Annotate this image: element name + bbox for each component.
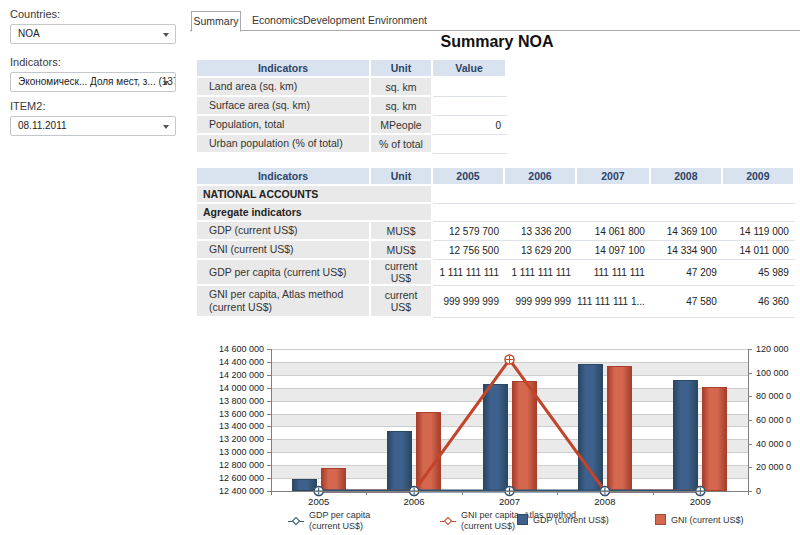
value-cell <box>651 204 723 222</box>
value-cell: 999 999 999 <box>505 286 577 318</box>
indicator-cell: GNI (current US$) <box>197 241 371 260</box>
legend-square-icon <box>517 514 528 525</box>
section-cell: Agregate indicators <box>197 204 433 222</box>
unit-cell: sq. km <box>371 97 433 116</box>
table-row: GNI per capita, Atlas method (current US… <box>197 286 795 318</box>
x-axis-label: 2005 <box>299 496 339 507</box>
column-header: Indicators <box>197 60 371 78</box>
indicator-cell: GDP (current US$) <box>197 222 371 241</box>
table-row: Land area (sq. km)sq. km <box>197 78 507 97</box>
unit-cell: current US$ <box>371 286 433 318</box>
value-cell: 13 629 200 <box>505 241 577 260</box>
unit-cell: sq. km <box>371 78 433 97</box>
left-axis-label: 13 400 000 <box>195 421 264 431</box>
section-cell: NATIONAL ACCOUNTS <box>197 186 433 204</box>
unit-cell: MUS$ <box>371 222 433 241</box>
legend-label-line: GDP per capita <box>309 510 370 521</box>
tab-strip-line <box>190 30 800 31</box>
x-axis-tick <box>366 491 367 495</box>
value-cell: 14 061 800 <box>577 222 651 241</box>
right-axis-label: 0 <box>756 486 761 496</box>
right-axis-label: 60 000 0 <box>756 415 791 425</box>
value-cell <box>433 204 505 222</box>
item2-value: 08.11.2011 <box>18 120 67 131</box>
indicators-label: Indicators: <box>10 56 61 68</box>
indicators-select[interactable]: Экономическ... Доля мест, з... (1374) <box>10 72 176 92</box>
indicator-cell: Surface area (sq. km) <box>197 97 371 116</box>
page-title: Summary NOA <box>197 33 797 51</box>
right-axis-label: 20 000 0 <box>756 462 791 472</box>
value-cell: 111 111 111 1... <box>577 286 651 318</box>
value-cell <box>433 186 505 204</box>
value-cell <box>433 135 507 154</box>
left-axis-label: 13 600 000 <box>195 409 264 419</box>
legend-label-line: (current US$) <box>309 521 370 532</box>
chevron-down-icon <box>163 125 169 129</box>
value-cell <box>651 186 723 204</box>
x-axis-tick <box>557 491 558 495</box>
right-axis-label: 100 000 <box>756 368 789 378</box>
legend-square-icon <box>655 514 666 525</box>
indicator-cell: Population, total <box>197 116 371 135</box>
indicator-cell: GNI per capita, Atlas method (current US… <box>197 286 371 318</box>
x-axis-tick <box>748 491 749 495</box>
value-cell <box>577 204 651 222</box>
value-cell: 111 111 111 <box>577 260 651 286</box>
tab-development[interactable]: Development <box>303 14 365 26</box>
table-row: Surface area (sq. km)sq. km <box>197 97 507 116</box>
value-cell: 0 <box>433 116 507 135</box>
indicator-cell: Urban population (% of total) <box>197 135 371 154</box>
value-cell <box>577 186 651 204</box>
left-axis-label: 14 200 000 <box>195 370 264 380</box>
unit-cell: % of total <box>371 135 433 154</box>
national-accounts-table: IndicatorsUnit20052006200720082009NATION… <box>197 168 795 318</box>
countries-select[interactable]: NOA <box>10 24 176 44</box>
left-axis-label: 14 600 000 <box>195 344 264 354</box>
chevron-down-icon <box>163 81 169 85</box>
x-axis-label: 2008 <box>585 496 625 507</box>
legend-label: GDP per capita(current US$) <box>309 510 370 532</box>
right-axis-label: 120 000 <box>756 344 789 354</box>
tab-environment[interactable]: Environment <box>368 14 427 26</box>
table-row: GNI (current US$)MUS$12 756 50013 629 20… <box>197 241 795 260</box>
item2-select[interactable]: 08.11.2011 <box>10 116 176 136</box>
right-axis-label: 80 000 0 <box>756 391 791 401</box>
value-cell: 14 011 000 <box>723 241 795 260</box>
column-header: Indicators <box>197 168 371 186</box>
countries-label: Countries: <box>10 8 60 20</box>
left-axis-label: 12 400 000 <box>195 486 264 496</box>
value-cell <box>505 204 577 222</box>
column-header: Value <box>433 60 507 78</box>
value-cell: 14 119 000 <box>723 222 795 241</box>
value-cell: 45 989 <box>723 260 795 286</box>
value-cell: 1 111 111 111 <box>505 260 577 286</box>
y-axis-line <box>271 349 272 492</box>
x-axis-tick <box>462 491 463 495</box>
x-axis-line <box>271 491 748 492</box>
tab-summary[interactable]: Summary <box>191 11 241 32</box>
table-row: GDP per capita (current US$)current US$1… <box>197 260 795 286</box>
value-cell: 13 336 200 <box>505 222 577 241</box>
legend-label: GNI (current US$) <box>671 515 744 526</box>
table-row: GDP (current US$)MUS$12 579 70013 336 20… <box>197 222 795 241</box>
tab-economics[interactable]: Economics <box>252 14 303 26</box>
value-cell <box>433 97 507 116</box>
right-axis-label: 40 000 0 <box>756 439 791 449</box>
value-cell: 47 209 <box>651 260 723 286</box>
left-axis-label: 14 000 000 <box>195 383 264 393</box>
unit-cell: current US$ <box>371 260 433 286</box>
value-cell: 14 369 100 <box>651 222 723 241</box>
x-axis-label: 2007 <box>490 496 530 507</box>
column-header: 2006 <box>505 168 577 186</box>
value-cell <box>723 186 795 204</box>
countries-value: NOA <box>18 28 40 39</box>
unit-cell: MPeople <box>371 116 433 135</box>
value-cell <box>505 186 577 204</box>
value-cell: 12 579 700 <box>433 222 505 241</box>
column-header: 2008 <box>651 168 723 186</box>
series-line <box>319 360 701 491</box>
x-axis-label: 2009 <box>680 496 720 507</box>
table-row: NATIONAL ACCOUNTS <box>197 186 795 204</box>
indicator-cell: GDP per capita (current US$) <box>197 260 371 286</box>
table-row: Population, totalMPeople0 <box>197 116 507 135</box>
